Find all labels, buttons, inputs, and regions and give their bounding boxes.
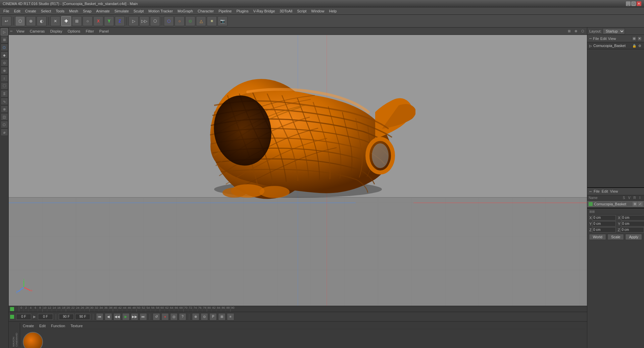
- sphere-button[interactable]: ○: [175, 16, 185, 26]
- vp-panel-menu[interactable]: Panel: [98, 29, 110, 34]
- edit-mode-button[interactable]: ⊕: [26, 16, 36, 26]
- cube-button[interactable]: ⬡: [164, 16, 174, 26]
- coord-y-pos-input[interactable]: [592, 221, 616, 227]
- pb-btn-3[interactable]: P: [209, 313, 217, 320]
- play-reverse-button[interactable]: ◀◀: [113, 313, 121, 320]
- coord-y-rot-input[interactable]: [621, 221, 644, 227]
- material-item[interactable]: Cornuco: [21, 331, 44, 348]
- vp-cameras-menu[interactable]: Cameras: [29, 29, 46, 34]
- vp-filter-menu[interactable]: Filter: [84, 29, 95, 34]
- left-tool-11[interactable]: ⊗: [1, 105, 8, 113]
- menu-mesh[interactable]: Mesh: [67, 8, 80, 14]
- step-forward-button[interactable]: ▶▶: [131, 313, 138, 320]
- vp-display-menu[interactable]: Display: [49, 29, 63, 34]
- max-frame-input[interactable]: [75, 314, 90, 320]
- left-tool-4[interactable]: ◆: [1, 51, 8, 59]
- vp-icon-2[interactable]: ⊕: [573, 28, 579, 34]
- vp-icon-3[interactable]: ⬡: [580, 28, 586, 34]
- menu-edit[interactable]: Edit: [12, 8, 22, 14]
- vp-view-menu[interactable]: View: [15, 29, 26, 34]
- obj-icon-1[interactable]: ⚙: [633, 202, 637, 206]
- scene-lock-btn[interactable]: 🔒: [632, 43, 637, 48]
- goto-start-button[interactable]: ⏮: [96, 313, 103, 320]
- layout-select[interactable]: Startup: [603, 28, 625, 34]
- y-axis-button[interactable]: Y: [104, 16, 114, 26]
- scene-file-menu[interactable]: File: [593, 37, 599, 41]
- left-tool-3[interactable]: ⬡: [1, 44, 8, 51]
- loop-button[interactable]: ↺: [153, 313, 160, 320]
- move-tool-button[interactable]: ✚: [61, 16, 71, 26]
- left-tool-13[interactable]: ⬡: [1, 121, 8, 128]
- world-button[interactable]: World: [589, 234, 606, 240]
- material-preview[interactable]: [23, 332, 43, 348]
- material-texture-menu[interactable]: Texture: [69, 324, 84, 328]
- menu-pipeline[interactable]: Pipeline: [216, 8, 234, 14]
- scene-btn-1[interactable]: ⊕: [632, 36, 637, 41]
- scene-gear-btn[interactable]: ⚙: [637, 43, 642, 48]
- x-axis-button[interactable]: X: [93, 16, 103, 26]
- menu-plugins[interactable]: Plugins: [234, 8, 250, 14]
- left-tool-10[interactable]: ∿: [1, 98, 8, 105]
- play-button[interactable]: ▶: [122, 313, 130, 320]
- menu-create[interactable]: Create: [23, 8, 38, 14]
- menu-script[interactable]: Script: [295, 8, 308, 14]
- close-button[interactable]: ✕: [637, 1, 641, 6]
- current-frame-input[interactable]: [16, 314, 31, 320]
- texture-mode-button[interactable]: ◐: [37, 16, 47, 26]
- coord-x-pos-input[interactable]: [592, 215, 616, 220]
- scale-button[interactable]: Scale: [607, 234, 624, 240]
- render-settings-button[interactable]: ⎔: [150, 16, 160, 26]
- record-manual-button[interactable]: ?: [179, 313, 186, 320]
- scene-view-menu[interactable]: View: [608, 37, 616, 41]
- menu-simulate[interactable]: Simulate: [112, 8, 131, 14]
- record-button[interactable]: ●: [161, 313, 169, 320]
- minimize-button[interactable]: _: [626, 1, 631, 6]
- left-tool-8[interactable]: 〇: [1, 82, 8, 90]
- menu-snap[interactable]: Snap: [81, 8, 94, 14]
- menu-select[interactable]: Select: [39, 8, 53, 14]
- left-tool-s[interactable]: S: [1, 90, 8, 97]
- scene-edit-menu[interactable]: Edit: [600, 37, 607, 41]
- left-tool-6[interactable]: ⊕: [1, 67, 8, 74]
- render-button[interactable]: ▷▷: [139, 16, 149, 26]
- left-tool-5[interactable]: ⊙: [1, 59, 8, 66]
- scene-btn-2[interactable]: ✕: [637, 36, 642, 41]
- pb-btn-2[interactable]: ⊙: [201, 313, 208, 320]
- obj-edit-menu[interactable]: Edit: [602, 189, 608, 193]
- left-tool-14[interactable]: ⌀: [1, 129, 8, 136]
- camera-button[interactable]: 📷: [217, 16, 228, 26]
- material-create-menu[interactable]: Create: [21, 324, 35, 328]
- coord-z-rot-input[interactable]: [621, 227, 644, 233]
- maximize-button[interactable]: □: [631, 1, 636, 6]
- left-tool-12[interactable]: ◫: [1, 113, 8, 120]
- model-mode-button[interactable]: ⬡: [15, 16, 25, 26]
- menu-animate[interactable]: Animate: [94, 8, 112, 14]
- cone-button[interactable]: △: [196, 16, 206, 26]
- menu-file[interactable]: File: [1, 8, 11, 14]
- viewport-3d[interactable]: Perspective Grid Spacing : 10 cm: [9, 35, 587, 306]
- menu-character[interactable]: Character: [196, 8, 216, 14]
- timeline-ruler[interactable]: 0 2 4 6 8 10 12 14 16 18 20 22 24 26 28 …: [9, 306, 587, 312]
- z-axis-button[interactable]: Z: [115, 16, 125, 26]
- render-preview-button[interactable]: ▷: [129, 16, 139, 26]
- pb-btn-5[interactable]: ≡: [227, 313, 234, 320]
- pb-btn-4[interactable]: ⊞: [218, 313, 226, 320]
- cylinder-button[interactable]: ⊙: [185, 16, 195, 26]
- pb-btn-1[interactable]: ⊕: [192, 313, 199, 320]
- vp-options-menu[interactable]: Options: [66, 29, 82, 34]
- obj-icon-2[interactable]: ✓: [638, 202, 643, 206]
- menu-v-ray-bridge[interactable]: V-Ray Bridge: [251, 8, 277, 14]
- frame-input[interactable]: [38, 314, 53, 320]
- rotate-tool-button[interactable]: ○: [83, 16, 93, 26]
- left-tool-7[interactable]: ↕: [1, 74, 8, 82]
- coord-z-pos-input[interactable]: [592, 227, 616, 233]
- obj-view-menu[interactable]: View: [610, 189, 618, 193]
- menu-window[interactable]: Window: [309, 8, 326, 14]
- apply-button[interactable]: Apply: [625, 234, 642, 240]
- menu-tools[interactable]: Tools: [54, 8, 66, 14]
- obj-file-menu[interactable]: File: [594, 189, 600, 193]
- undo-button[interactable]: ↩: [1, 16, 11, 26]
- select-tool-button[interactable]: ✕: [50, 16, 60, 26]
- goto-end-button[interactable]: ⏭: [140, 313, 147, 320]
- step-back-button[interactable]: ◀: [105, 313, 112, 320]
